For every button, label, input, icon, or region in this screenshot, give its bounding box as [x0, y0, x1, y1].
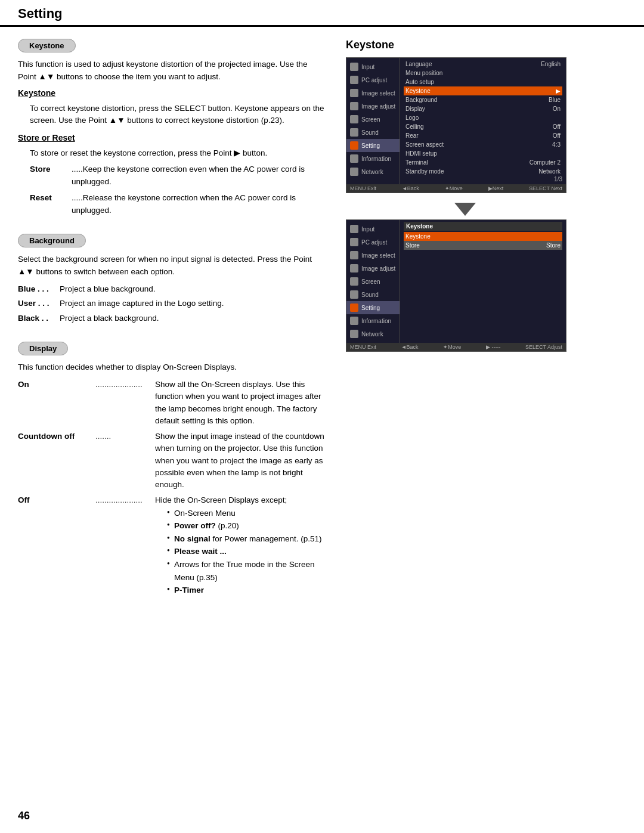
imageadjust-icon: [350, 102, 358, 110]
imageselect2-icon: [350, 251, 358, 259]
input-icon: [350, 63, 358, 71]
osd-row-rear: RearOff: [404, 131, 562, 140]
keystone-badge: Keystone: [18, 39, 76, 52]
reset-label: Reset: [30, 192, 72, 205]
osd-row-terminal: TerminalComputer 2: [404, 158, 562, 167]
bullet-1: On-Screen Menu: [167, 507, 328, 520]
osd-row-hdmisetup: HDMI setup: [404, 149, 562, 158]
osd-sidebar-1: Input PC adjust Image select Image: [346, 58, 400, 184]
osd-2: Input PC adjust Image select Image: [346, 219, 566, 352]
osd-row-ceiling: CeilingOff: [404, 122, 562, 131]
keystone-right-title: Keystone: [346, 39, 584, 51]
osd-page-num: 1/3: [404, 176, 562, 182]
blue-label: Blue . . .: [18, 283, 60, 296]
sound2-icon: [350, 290, 358, 299]
page-header: Setting: [0, 0, 644, 27]
store-label: Store: [30, 163, 72, 176]
osd-row-autosetup: Auto setup: [404, 78, 562, 86]
osd-main-1: LanguageEnglish Menu position Auto setup…: [400, 58, 566, 184]
osd-row-background: BackgroundBlue: [404, 95, 562, 104]
osd-sidebar-2: Input PC adjust Image select Image: [346, 220, 400, 343]
display-body: This function decides whether to display…: [18, 361, 328, 597]
osd2-row-store: StoreStore: [404, 241, 562, 250]
left-column: Keystone This function is used to adjust…: [18, 39, 328, 614]
background-intro: Select the background screen for when no…: [18, 253, 328, 278]
display-intro: This function decides whether to display…: [18, 361, 328, 374]
osd-row-menupos: Menu position: [404, 69, 562, 78]
background-section: Background Select the background screen …: [18, 234, 328, 326]
down-arrow-icon: [454, 203, 476, 216]
countdown-dots: .......: [95, 431, 155, 443]
off-dots: .....................: [95, 494, 155, 507]
on-desc: Show all the On-Screen displays. Use thi…: [155, 379, 328, 427]
keystone-section: Keystone This function is used to adjust…: [18, 39, 328, 217]
imageselect-icon: [350, 89, 358, 97]
osd-item-information: Information: [346, 152, 400, 165]
setting-icon: [350, 141, 358, 150]
bullet-5: Arrows for the True mode in the Screen M…: [167, 558, 328, 584]
imageadjust2-icon: [350, 264, 358, 272]
reset-desc: .....Release the keystone correction whe…: [72, 192, 328, 217]
osd2-item-imageadjust: Image adjust: [346, 262, 400, 275]
screen2-icon: [350, 277, 358, 286]
sound-icon: [350, 128, 358, 137]
on-label: On: [18, 379, 95, 391]
reset-line: Reset .....Release the keystone correcti…: [30, 192, 328, 217]
right-column: Keystone Input PC adjust: [346, 39, 584, 614]
osd-main-2: Keystone Keystone StoreStore: [400, 220, 566, 343]
on-line: On ..................... Show all the On…: [18, 379, 328, 427]
osd-item-screen: Screen: [346, 113, 400, 126]
countdown-desc: Show the input image instead of the coun…: [155, 431, 328, 491]
user-desc: Project an image captured in the Logo se…: [60, 298, 328, 310]
store-desc: .....Keep the keystone correction even w…: [72, 163, 328, 188]
on-dots: .....................: [95, 379, 155, 391]
display-section: Display This function decides whether to…: [18, 342, 328, 597]
bullet-3: No signal for Power management. (p.51): [167, 532, 328, 546]
black-line: Black . . Project a black background.: [18, 312, 328, 325]
information2-icon: [350, 317, 358, 325]
osd-item-input: Input: [346, 60, 400, 73]
keystone-intro: This function is used to adjust keystone…: [18, 58, 328, 83]
osd-screenshot-1: Input PC adjust Image select Image: [346, 57, 584, 193]
store-reset-title: Store or Reset: [18, 132, 328, 145]
arrow-down: [346, 203, 584, 216]
osd-row-keystone-hl: Keystone▶: [404, 86, 562, 95]
osd-footer-2: MENU Exit◄Back✦Move▶ -----SELECT Adjust: [346, 343, 566, 351]
osd2-item-setting-active: Setting: [346, 301, 400, 314]
osd2-item-sound: Sound: [346, 288, 400, 301]
off-bullets: On-Screen Menu Power off? (p.20) No sign…: [155, 507, 328, 597]
off-desc: Hide the On-Screen Displays except; On-S…: [155, 494, 328, 596]
osd-item-imageselect: Image select: [346, 86, 400, 100]
user-line: User . . . Project an image captured in …: [18, 298, 328, 310]
countdown-line: Countdown off ....... Show the input ima…: [18, 431, 328, 491]
pcadjust2-icon: [350, 238, 358, 246]
osd2-section-title: Keystone: [404, 222, 562, 231]
osd-item-setting-active: Setting: [346, 139, 400, 152]
off-line: Off ..................... Hide the On-Sc…: [18, 494, 328, 596]
osd-row-standby: Standby modeNetwork: [404, 167, 562, 176]
osd2-item-information: Information: [346, 314, 400, 327]
osd2-row-keystone: Keystone: [404, 232, 562, 241]
user-label: User . . .: [18, 298, 60, 310]
black-label: Black . .: [18, 312, 60, 325]
network2-icon: [350, 330, 358, 338]
keystone-sub-body: To correct keystone distortion, press th…: [18, 103, 328, 128]
keystone-sub-title: Keystone: [18, 87, 328, 100]
background-badge: Background: [18, 234, 86, 247]
setting2-icon: [350, 304, 358, 312]
display-badge: Display: [18, 342, 68, 355]
blue-desc: Project a blue background.: [60, 283, 328, 296]
osd-item-network: Network: [346, 165, 400, 178]
page-number: 46: [18, 810, 30, 822]
osd2-item-pcadjust: PC adjust: [346, 236, 400, 249]
osd-item-pcadjust: PC adjust: [346, 73, 400, 86]
bullet-6: P-Timer: [167, 584, 328, 597]
input2-icon: [350, 225, 358, 233]
store-line: Store .....Keep the keystone correction …: [30, 163, 328, 188]
network-icon: [350, 168, 358, 176]
blue-line: Blue . . . Project a blue background.: [18, 283, 328, 296]
osd-row-screenaspect: Screen aspect4:3: [404, 140, 562, 149]
page-footer: 46: [18, 810, 30, 822]
osd2-item-imageselect: Image select: [346, 249, 400, 262]
off-label: Off: [18, 494, 95, 507]
